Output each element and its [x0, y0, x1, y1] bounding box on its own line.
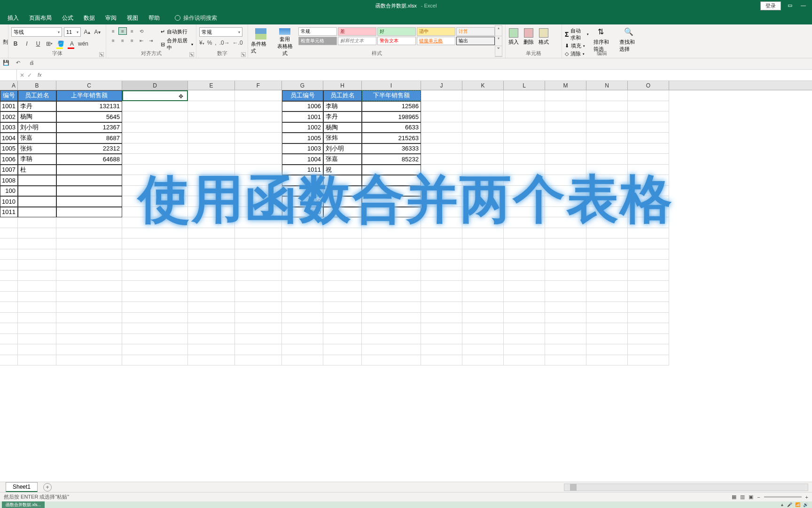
- tab-formulas[interactable]: 公式: [62, 14, 73, 22]
- cell[interactable]: [462, 281, 504, 292]
- cell[interactable]: [235, 154, 282, 165]
- cell[interactable]: [362, 238, 421, 249]
- cell[interactable]: [323, 238, 362, 249]
- tab-view[interactable]: 视图: [127, 14, 138, 22]
- cell[interactable]: [323, 292, 362, 302]
- cell[interactable]: [545, 186, 586, 197]
- cell[interactable]: 1005: [282, 133, 323, 143]
- increase-font-icon[interactable]: A▴: [83, 28, 91, 36]
- cell[interactable]: [56, 344, 122, 355]
- cell[interactable]: [462, 270, 504, 281]
- cell[interactable]: [0, 355, 18, 366]
- cell[interactable]: [586, 133, 628, 143]
- cell[interactable]: [628, 207, 669, 218]
- cell[interactable]: [122, 355, 188, 366]
- cell[interactable]: [235, 260, 282, 270]
- style-bad[interactable]: 差: [338, 27, 376, 36]
- cell[interactable]: [545, 90, 586, 101]
- cell[interactable]: 杨陶: [18, 111, 56, 122]
- cell[interactable]: [586, 122, 628, 133]
- cell[interactable]: [188, 238, 235, 249]
- cell[interactable]: [235, 344, 282, 355]
- cell[interactable]: [628, 165, 669, 175]
- cell[interactable]: [188, 122, 235, 133]
- cell[interactable]: 198965: [362, 111, 421, 122]
- cell[interactable]: [462, 292, 504, 302]
- cell[interactable]: [628, 186, 669, 197]
- cell[interactable]: [421, 238, 462, 249]
- cell[interactable]: [0, 238, 18, 249]
- cell[interactable]: [504, 175, 545, 186]
- cell[interactable]: [18, 228, 56, 239]
- cell[interactable]: 张嘉: [18, 133, 56, 143]
- tab-review[interactable]: 审阅: [105, 14, 117, 22]
- cell[interactable]: [545, 154, 586, 165]
- cell[interactable]: [122, 238, 188, 249]
- cell[interactable]: [421, 355, 462, 366]
- zoom-out-button[interactable]: −: [757, 494, 760, 500]
- cell[interactable]: [545, 133, 586, 143]
- cell[interactable]: [18, 344, 56, 355]
- cell[interactable]: [504, 186, 545, 197]
- cell[interactable]: [362, 207, 421, 218]
- cell[interactable]: 132131: [56, 101, 122, 112]
- cell[interactable]: [628, 281, 669, 292]
- cell[interactable]: [56, 281, 122, 292]
- cell[interactable]: [586, 302, 628, 313]
- cell[interactable]: [56, 313, 122, 324]
- cell[interactable]: [122, 344, 188, 355]
- page-break-view-icon[interactable]: ▣: [749, 494, 753, 500]
- cell[interactable]: 36333: [362, 143, 421, 154]
- cell[interactable]: [282, 249, 323, 260]
- cell[interactable]: [545, 228, 586, 239]
- cell[interactable]: [188, 175, 235, 186]
- cell[interactable]: [545, 281, 586, 292]
- style-calc[interactable]: 计算: [456, 27, 495, 36]
- cell[interactable]: [421, 334, 462, 345]
- enter-formula-icon[interactable]: ✓: [27, 72, 32, 79]
- cell[interactable]: [235, 207, 282, 218]
- cell[interactable]: [122, 175, 188, 186]
- cell[interactable]: [235, 133, 282, 143]
- cell[interactable]: [18, 313, 56, 324]
- col-header-o[interactable]: O: [628, 81, 669, 90]
- cell[interactable]: [462, 207, 504, 218]
- cell[interactable]: [421, 207, 462, 218]
- cell[interactable]: [362, 292, 421, 302]
- cell[interactable]: [586, 90, 628, 101]
- cell[interactable]: 李聃: [18, 154, 56, 165]
- cell[interactable]: [188, 154, 235, 165]
- cell[interactable]: [421, 249, 462, 260]
- cell[interactable]: [323, 249, 362, 260]
- cell[interactable]: [235, 143, 282, 154]
- cell[interactable]: [628, 133, 669, 143]
- cell[interactable]: [545, 238, 586, 249]
- cell[interactable]: [628, 249, 669, 260]
- number-format-selector[interactable]: 常规▾: [199, 27, 242, 37]
- cell[interactable]: [462, 228, 504, 239]
- cell[interactable]: [0, 323, 18, 334]
- cell[interactable]: 李丹: [323, 111, 362, 122]
- cell[interactable]: [282, 313, 323, 324]
- cell[interactable]: [504, 302, 545, 313]
- cell[interactable]: [235, 323, 282, 334]
- fx-icon[interactable]: fx: [35, 72, 42, 79]
- cell[interactable]: [323, 344, 362, 355]
- cell[interactable]: [235, 313, 282, 324]
- cell[interactable]: [628, 292, 669, 302]
- mic-icon[interactable]: 🎤: [787, 502, 792, 507]
- col-header-f[interactable]: F: [235, 81, 282, 90]
- cell[interactable]: [462, 313, 504, 324]
- cell[interactable]: [18, 355, 56, 366]
- align-center-icon[interactable]: ≡: [118, 37, 127, 44]
- cell[interactable]: [235, 111, 282, 122]
- delete-cell-button[interactable]: 删除: [523, 28, 534, 46]
- style-output[interactable]: 输出: [456, 37, 495, 45]
- cell[interactable]: [188, 101, 235, 112]
- cell[interactable]: [462, 186, 504, 197]
- cell[interactable]: [628, 334, 669, 345]
- cell[interactable]: [545, 344, 586, 355]
- redo-icon[interactable]: 🖨: [29, 60, 38, 68]
- phonetic-button[interactable]: wén: [79, 40, 87, 48]
- tab-data[interactable]: 数据: [84, 14, 95, 22]
